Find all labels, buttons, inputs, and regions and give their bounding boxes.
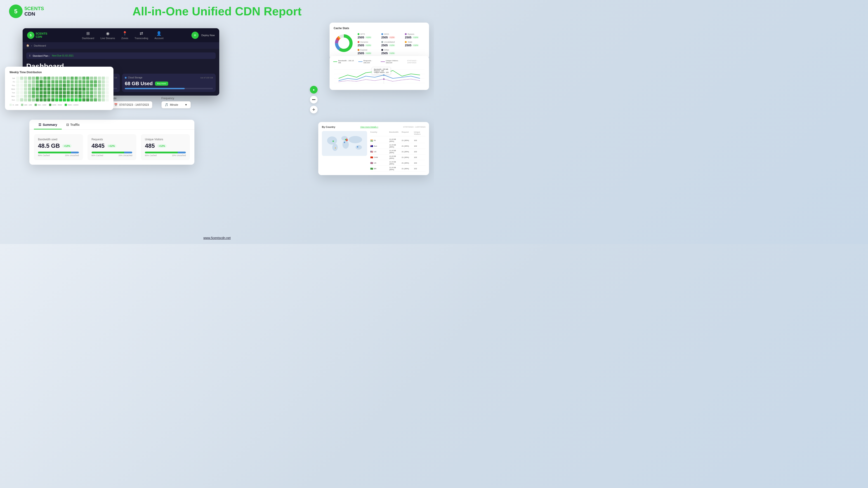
heatmap-cell	[98, 76, 101, 80]
uncached-label-2: 20% Uncached	[172, 154, 186, 157]
heatmap-cell	[82, 80, 86, 84]
footer-link[interactable]: www.5centscdn.net	[204, 236, 231, 240]
nav-livestreams[interactable]: ◉ Live Streams	[101, 31, 115, 39]
buy-more-storage[interactable]: Buy more	[155, 82, 168, 86]
heatmap-cell	[20, 88, 23, 91]
cache-label-2: Bypass	[408, 33, 414, 35]
request-val-2: 21 (30%)	[402, 151, 413, 153]
heatmap-cell	[79, 91, 82, 94]
stat-value-row-2: 485 +12%	[145, 142, 186, 149]
heatmap-cell	[102, 98, 105, 101]
heatmap-cell	[55, 95, 58, 98]
cache-val-row-2: 2505 +12%	[405, 36, 425, 39]
heatmap-cell	[82, 76, 86, 80]
cached-label-2: 80% Cached	[145, 154, 157, 157]
heatmap-cell	[79, 84, 82, 87]
heatmap-cell	[24, 91, 27, 94]
side-btn-1[interactable]: ●	[310, 86, 318, 94]
heatmap-cell	[94, 91, 97, 94]
view-details[interactable]: View more Details »	[360, 126, 378, 128]
uncached-bar-1	[124, 152, 132, 153]
heatmap-cell	[67, 91, 70, 94]
heatmap-cell	[36, 88, 39, 91]
country-name-0: IN	[374, 139, 376, 141]
uncached-bar-2	[178, 152, 186, 153]
home-icon[interactable]: 🏠	[26, 44, 29, 47]
cache-stats-grid: HITS 2505 +12% MISS 2505 +12% Bypass 250…	[358, 33, 425, 55]
heatmap-cell	[20, 95, 23, 98]
nav-items: ⊞ Dashboard ◉ Live Streams 📍 Zones ⇄ Tra…	[54, 31, 191, 39]
heatmap-cell	[39, 88, 43, 91]
country-row: 🇬🇧 UK 11.8 GB (30%) 21 (30%) 102	[370, 160, 426, 166]
heatmap-cell	[82, 88, 86, 91]
cache-val-3: 2505	[358, 43, 364, 47]
header: 5 5CENTS CDN All-in-One Unified CDN Repo…	[0, 0, 434, 23]
nav-account[interactable]: 👤 Account	[154, 31, 163, 39]
heatmap-cell	[16, 80, 20, 84]
heatmap-cell	[105, 80, 109, 84]
svg-point-20	[355, 145, 362, 150]
storage-header: Cloud Storage out of 100 GB	[125, 76, 213, 79]
heatmap-cell	[98, 98, 101, 101]
heatmap-cell	[74, 80, 78, 84]
nav-zones[interactable]: 📍 Zones	[121, 31, 128, 39]
side-btn-2[interactable]: •••	[310, 96, 318, 103]
heatmap-day-label: Thu	[9, 84, 16, 87]
cache-label-1: MISS	[384, 33, 389, 35]
heatmap-cell	[43, 98, 46, 101]
zones-icon: 📍	[122, 31, 127, 36]
logo-area: 5 5CENTS CDN	[9, 4, 44, 18]
heatmap-cell	[67, 95, 70, 98]
heatmap-cell	[28, 84, 31, 87]
storage-quota: out of 100 GB	[200, 76, 213, 79]
stat-value-2: 485	[145, 142, 155, 149]
request-val-1: 21 (30%)	[402, 145, 413, 147]
nav-transcoding[interactable]: ⇄ Transcoding	[134, 31, 148, 39]
heatmap-cell	[98, 95, 101, 98]
heatmap-cell	[90, 98, 93, 101]
storage-dot	[125, 77, 127, 78]
heatmap-day-label: Sat	[9, 76, 16, 80]
heatmap-cell	[20, 98, 23, 101]
date-picker[interactable]: 📅 07/07/2023 - 14/07/2023	[111, 101, 152, 108]
flag-5: 🇧🇷	[370, 167, 373, 170]
heatmap-cell	[16, 84, 20, 87]
tooltip-request: Request : 336	[374, 70, 388, 72]
stat-value-1: 4845	[92, 142, 105, 149]
heatmap-cell	[47, 88, 51, 91]
heatmap-cell	[59, 98, 62, 101]
visitors-val-2: 102	[414, 151, 426, 153]
svg-point-24	[344, 142, 345, 143]
country-row: 🇦🇺 Aus 11.8 GB (30%) 21 (30%) 102	[370, 143, 426, 149]
heatmap-grid: SatFriThuWedTueMonSun	[9, 76, 109, 101]
freq-picker[interactable]: 🎵 Minute ▼	[161, 101, 191, 108]
cached-bar-2	[145, 152, 178, 153]
heatmap-cell	[94, 95, 97, 98]
heatmap-cell	[36, 84, 39, 87]
heatmap-cell	[105, 88, 109, 91]
heatmap-cell	[20, 76, 23, 80]
tab-traffic[interactable]: ⊡ Traffic	[62, 120, 84, 129]
cache-val-row-7: 2505 +12%	[381, 52, 401, 55]
side-btn-3[interactable]: ✛	[310, 106, 318, 113]
heatmap-cell	[94, 80, 97, 84]
tab-summary[interactable]: ☰ Summary	[34, 120, 62, 129]
info-icon: ℹ	[29, 54, 30, 57]
deploy-button[interactable]: +	[191, 32, 199, 39]
visitors-val-5: 102	[414, 168, 426, 170]
heatmap-cell	[16, 76, 20, 80]
cache-label-0: HITS	[360, 33, 365, 35]
heatmap-cell	[70, 88, 74, 91]
flag-1: 🇦🇺	[370, 145, 373, 147]
cache-content: HITS 2505 +12% MISS 2505 +12% Bypass 250…	[334, 33, 425, 55]
cache-dot-4	[381, 41, 383, 43]
dash-logo-icon: 5	[27, 32, 34, 39]
nav-dashboard[interactable]: ⊞ Dashboard	[82, 31, 94, 39]
svg-point-26	[335, 148, 336, 149]
heatmap-cell	[28, 80, 31, 84]
heatmap-cell	[59, 95, 62, 98]
heatmap-cell	[90, 95, 93, 98]
heatmap-cell	[67, 80, 70, 84]
stat-badge-2: +12%	[157, 144, 166, 148]
heatmap-cell	[90, 76, 93, 80]
